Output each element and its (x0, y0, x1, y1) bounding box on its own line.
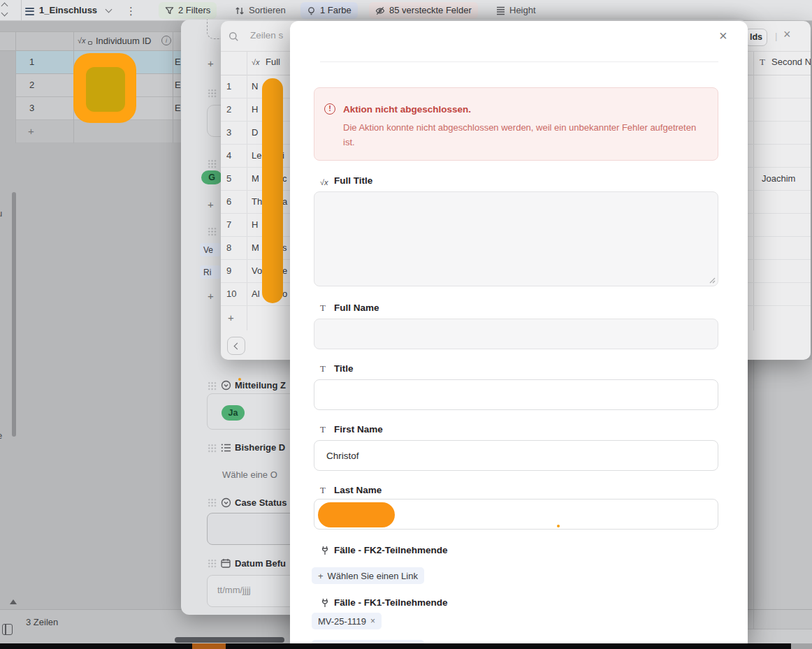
divider (753, 360, 754, 643)
column-header-second-name[interactable]: Second Na (771, 57, 811, 67)
color-button[interactable]: 1 Farbe (300, 2, 358, 19)
divider (15, 32, 16, 143)
info-icon[interactable]: i (161, 36, 171, 45)
linked-record-chip[interactable]: MV-25-1119 × (312, 613, 382, 629)
formula-icon: √x (78, 36, 86, 45)
collapse-chevrons-icon[interactable] (2, 3, 7, 15)
sort-button[interactable]: Sortieren (229, 2, 292, 19)
choose-option-button[interactable]: Wähle eine O (222, 469, 277, 480)
view-list-icon[interactable] (25, 6, 34, 17)
grid-right-lower (748, 629, 812, 643)
text-field-icon: T (320, 302, 326, 314)
drag-handle-icon[interactable] (208, 498, 217, 507)
full-title-textarea[interactable] (314, 191, 718, 286)
select-field-icon (221, 380, 231, 391)
add-row-button[interactable]: + (28, 126, 34, 136)
field-label-datum: Datum Befu (235, 558, 286, 569)
drag-handle-icon[interactable] (208, 159, 217, 168)
full-name-input[interactable] (314, 319, 718, 349)
select-chip: Ve (200, 243, 221, 256)
resize-handle-icon[interactable] (709, 277, 716, 284)
first-name-value: Christof (326, 451, 359, 461)
formula-icon: √x (320, 178, 328, 187)
cell-fragment: E (175, 57, 181, 67)
hidden-fields-button[interactable]: 85 versteckte Felder (369, 2, 478, 19)
redaction-blob (262, 78, 283, 303)
view-toolbar: 1_Einschluss ⋮ 2 Filters Sortieren 1 Far… (0, 0, 812, 21)
search-icon (229, 31, 239, 42)
pager-prev-button[interactable] (227, 337, 245, 355)
link-field-icon (320, 546, 330, 555)
eye-off-icon (375, 6, 385, 15)
first-name-input[interactable]: Christof (314, 440, 718, 471)
add-link-row-button[interactable]: + (228, 313, 234, 323)
field-label-mitteilung: Mitteilung Z (235, 380, 286, 391)
drag-handle-icon[interactable] (208, 444, 217, 453)
add-row-row[interactable] (15, 120, 181, 143)
row-number: 2 (29, 80, 34, 90)
dialog-close-button[interactable]: × (783, 27, 791, 42)
row-number: 1 (29, 57, 34, 67)
drag-handle-icon[interactable] (208, 559, 217, 568)
field-label-bisherige: Bisherige D (235, 442, 285, 453)
chevron-down-icon[interactable] (106, 6, 113, 13)
view-name[interactable]: 1_Einschluss (39, 5, 97, 15)
row-height-icon (496, 6, 505, 15)
hide-fields-button[interactable]: lds (745, 29, 767, 46)
taskbar-orange-segment (192, 643, 226, 649)
formula-icon: √x (252, 58, 260, 66)
taskbar-right-gap (791, 643, 812, 649)
calendar-icon (221, 558, 231, 568)
text-field-icon: T (320, 485, 326, 496)
search-input[interactable]: Zeilen s (250, 30, 283, 41)
app-stage: 1_Einschluss ⋮ 2 Filters Sortieren 1 Far… (0, 0, 812, 649)
select-chip: G (201, 170, 222, 184)
drag-handle-icon[interactable] (208, 381, 217, 391)
text-field-icon: T (320, 424, 326, 435)
add-field-button[interactable]: + (208, 200, 214, 210)
add-field-button[interactable]: + (208, 59, 214, 68)
error-body: Die Aktion konnte nicht abgeschlossen we… (343, 120, 698, 150)
field-label-full-name: Full Name (334, 302, 379, 313)
add-link-chip[interactable]: + Wählen Sie einen Link (312, 567, 424, 584)
redaction-blob-inner (86, 67, 125, 112)
plus-icon: + (318, 571, 324, 581)
select-chip: Ri (200, 265, 221, 279)
cell-fragment: E (175, 103, 181, 113)
horizontal-scrollbar[interactable] (175, 637, 284, 643)
grid-right-region (748, 360, 812, 643)
select-field-icon (221, 497, 231, 508)
panel-toggle-icon[interactable] (2, 624, 13, 635)
row-count: 3 Zeilen (26, 617, 58, 627)
multiselect-field-icon (221, 443, 231, 453)
funnel-icon (165, 6, 174, 15)
drag-handle-icon[interactable] (208, 89, 217, 98)
field-label-fk1: Fälle - FK1-Teilnehmende (334, 597, 448, 608)
add-field-button[interactable]: + (208, 291, 214, 301)
text-field-icon: T (760, 57, 765, 68)
column-header-full-title[interactable]: Full (266, 57, 280, 67)
title-input[interactable] (314, 379, 718, 410)
linked-record-id: MV-25-1119 (318, 616, 366, 627)
record-edit-modal: × ! Aktion nicht abgeschlossen. Die Akti… (290, 21, 748, 649)
row-number: 3 (29, 103, 34, 113)
view-menu-button[interactable]: ⋮ (126, 3, 136, 20)
filters-button[interactable]: 2 Filters (159, 2, 217, 19)
last-name-input[interactable] (314, 499, 718, 530)
error-alert: ! Aktion nicht abgeschlossen. Die Aktion… (314, 87, 718, 161)
lock-icon (88, 41, 92, 45)
divider (173, 32, 173, 143)
bulb-icon (307, 6, 316, 15)
field-label-last-name: Last Name (334, 485, 382, 495)
field-label-title: Title (334, 363, 354, 374)
sidebar-fragment: u (0, 208, 2, 219)
sort-arrows-icon (235, 6, 245, 15)
modal-close-button[interactable]: × (719, 28, 727, 44)
row-height-button[interactable]: Height (490, 2, 542, 19)
link-field-icon (320, 598, 330, 608)
divider (320, 61, 718, 62)
column-header-individuum-id[interactable]: Individuum ID (96, 36, 151, 46)
drag-handle-icon[interactable] (208, 227, 217, 236)
remove-link-icon[interactable]: × (370, 616, 375, 626)
scroll-top-arrow-icon[interactable] (10, 599, 17, 604)
